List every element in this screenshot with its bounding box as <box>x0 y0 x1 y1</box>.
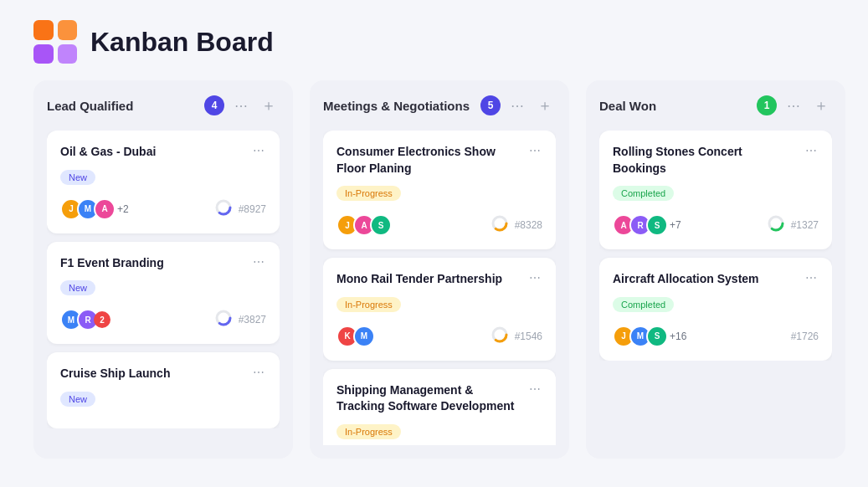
progress-indicator <box>768 215 784 235</box>
card-title: Consumer Electronics Show Floor Planing <box>336 144 521 177</box>
logo-cell-4 <box>58 44 78 64</box>
column-lead-qualified: Lead Qualified 4 ⋯ ＋ Oil & Gas - Dubai ⋯… <box>33 80 293 459</box>
card-meta: #3827 <box>215 310 266 330</box>
page-title: Kanban Board <box>90 27 274 58</box>
cards-container: Rolling Stones Concert Bookings ⋯ Comple… <box>599 131 832 361</box>
progress-indicator <box>215 199 232 219</box>
column-menu-button[interactable]: ⋯ <box>231 96 251 115</box>
card-badge: New <box>60 170 95 185</box>
card-footer: JMA+2 #8927 <box>60 198 266 220</box>
avatar-extra-count: +2 <box>117 203 129 215</box>
progress-indicator <box>491 326 508 346</box>
cards-container: Consumer Electronics Show Floor Planing … <box>323 131 556 445</box>
cards-container: Oil & Gas - Dubai ⋯ New JMA+2 #8927 F <box>47 131 280 428</box>
card-menu-button[interactable]: ⋯ <box>251 366 266 379</box>
card-id: #8927 <box>239 203 266 215</box>
column-count: 4 <box>204 95 224 115</box>
card-menu-button[interactable]: ⋯ <box>251 144 266 157</box>
column-count: 1 <box>757 95 777 115</box>
avatar-group: ARS <box>613 214 663 236</box>
card-footer: JMS+16 #1726 <box>613 326 819 347</box>
card-id: #1726 <box>791 331 819 342</box>
column-menu-button[interactable]: ⋯ <box>507 96 527 115</box>
card-meta: #1726 <box>791 331 819 342</box>
card-meta: #1327 <box>768 215 819 235</box>
column-add-button[interactable]: ＋ <box>534 94 556 117</box>
card-title: Mono Rail Tender Partnership <box>336 271 521 288</box>
card-title: F1 Event Branding <box>60 255 244 272</box>
card-card-monorail: Mono Rail Tender Partnership ⋯ In-Progre… <box>323 258 556 361</box>
card-header: Aircraft Allocation System ⋯ <box>613 271 819 288</box>
card-footer: KM #1546 <box>336 326 542 347</box>
avatar-group: JAS <box>336 214 387 236</box>
card-card-shipping: Shipping Management & Tracking Software … <box>323 369 556 445</box>
avatar: A <box>94 198 116 220</box>
card-header: Shipping Management & Tracking Software … <box>336 382 542 415</box>
notification-badge: 2 <box>94 311 110 328</box>
card-footer: ARS+7 #1327 <box>613 214 819 236</box>
card-header: Consumer Electronics Show Floor Planing … <box>336 144 542 177</box>
column-menu-button[interactable]: ⋯ <box>783 96 804 115</box>
card-header: Cruise Ship Launch ⋯ <box>60 366 266 382</box>
card-card-f1: F1 Event Branding ⋯ New MR2 #3827 <box>47 242 280 345</box>
column-title: Lead Qualified <box>47 99 198 113</box>
card-footer: JAS #8328 <box>336 214 542 236</box>
card-footer: MR2 #3827 <box>60 309 266 331</box>
card-card-consumer: Consumer Electronics Show Floor Planing … <box>323 131 556 249</box>
card-badge: New <box>60 392 95 407</box>
card-menu-button[interactable]: ⋯ <box>527 271 542 285</box>
card-id: #1327 <box>791 219 819 231</box>
column-add-button[interactable]: ＋ <box>810 94 832 117</box>
card-menu-button[interactable]: ⋯ <box>804 271 819 285</box>
card-title: Oil & Gas - Dubai <box>60 144 244 161</box>
card-card-aircraft: Aircraft Allocation System ⋯ Completed J… <box>599 258 832 361</box>
card-badge: Completed <box>613 297 674 312</box>
card-badge: Completed <box>613 186 674 201</box>
card-badge: In-Progress <box>336 424 401 439</box>
card-header: Rolling Stones Concert Bookings ⋯ <box>613 144 819 177</box>
avatar-group: KM <box>336 326 370 347</box>
card-menu-button[interactable]: ⋯ <box>804 144 819 157</box>
card-meta: #8328 <box>491 215 542 235</box>
card-header: F1 Event Branding ⋯ <box>60 255 266 272</box>
app-header: Kanban Board <box>0 0 868 80</box>
card-badge: In-Progress <box>336 186 401 201</box>
card-header: Mono Rail Tender Partnership ⋯ <box>336 271 542 288</box>
avatar: S <box>370 214 392 236</box>
column-deal-won: Deal Won 1 ⋯ ＋ Rolling Stones Concert Bo… <box>586 80 845 459</box>
app-logo <box>33 20 77 64</box>
card-menu-button[interactable]: ⋯ <box>527 144 542 157</box>
column-header: Deal Won 1 ⋯ ＋ <box>599 94 832 117</box>
avatar: S <box>646 214 668 236</box>
progress-indicator <box>491 215 508 235</box>
card-title: Shipping Management & Tracking Software … <box>336 382 521 415</box>
card-card-rolling: Rolling Stones Concert Bookings ⋯ Comple… <box>599 131 832 249</box>
card-badge: In-Progress <box>336 297 401 312</box>
avatar-extra-count: +7 <box>670 219 681 231</box>
avatar-group: JMA <box>60 198 110 220</box>
column-title: Deal Won <box>599 99 750 113</box>
card-badge: New <box>60 280 95 295</box>
column-title: Meetings & Negotiations <box>323 99 474 113</box>
logo-cell-2 <box>58 20 78 40</box>
column-add-button[interactable]: ＋ <box>258 94 280 117</box>
card-menu-button[interactable]: ⋯ <box>251 255 266 269</box>
card-menu-button[interactable]: ⋯ <box>527 382 542 396</box>
card-header: Oil & Gas - Dubai ⋯ <box>60 144 266 161</box>
card-card-cruise: Cruise Ship Launch ⋯ New <box>47 352 280 428</box>
kanban-board: Lead Qualified 4 ⋯ ＋ Oil & Gas - Dubai ⋯… <box>0 80 868 475</box>
avatar: S <box>646 326 668 347</box>
avatar: M <box>353 326 375 347</box>
column-header: Meetings & Negotiations 5 ⋯ ＋ <box>323 94 556 117</box>
card-meta: #8927 <box>215 199 266 219</box>
card-id: #1546 <box>515 331 542 342</box>
card-meta: #1546 <box>491 326 542 346</box>
card-card-oilgas: Oil & Gas - Dubai ⋯ New JMA+2 #8927 <box>47 131 280 233</box>
column-meetings-negotiations: Meetings & Negotiations 5 ⋯ ＋ Consumer E… <box>310 80 569 459</box>
avatar-group: MR <box>60 309 94 331</box>
logo-cell-3 <box>33 44 54 64</box>
card-title: Rolling Stones Concert Bookings <box>613 144 797 177</box>
card-id: #8328 <box>515 219 542 231</box>
logo-cell-1 <box>33 20 54 40</box>
card-title: Cruise Ship Launch <box>60 366 244 382</box>
